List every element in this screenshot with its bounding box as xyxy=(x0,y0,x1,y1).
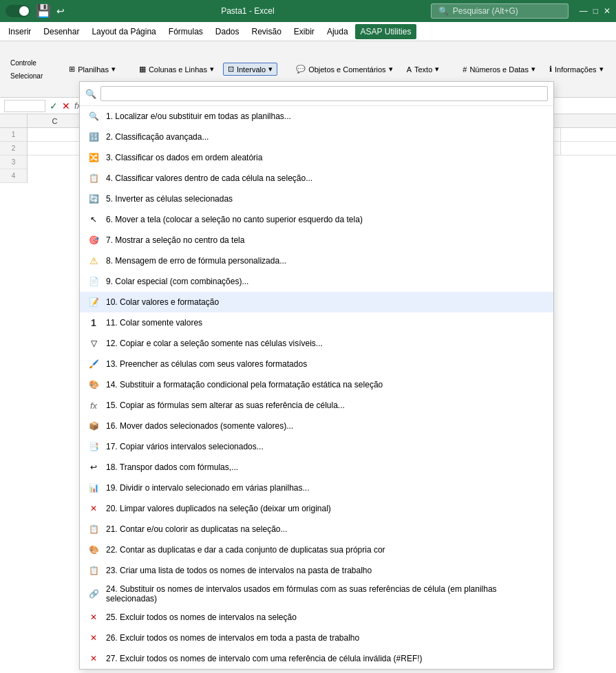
search-input[interactable] xyxy=(453,6,556,16)
item-text-4: 4. Classificar valores dentro de cada cé… xyxy=(106,173,312,183)
ribbon-btn-info[interactable]: ℹ Informações ▾ xyxy=(544,63,608,76)
dropdown-menu: 🔍 🔍 1. Localizar e/ou substituir em toda… xyxy=(79,81,554,183)
cancel-icon[interactable]: ✕ xyxy=(62,100,70,111)
corner-cell xyxy=(0,114,27,128)
title-bar: 💾 ↩ Pasta1 - Excel 🔍 — □ ✕ xyxy=(0,0,616,22)
menu-item-inserir[interactable]: Inserir xyxy=(3,24,36,39)
ribbon-group-numeros: # Números e Datas ▾ xyxy=(458,63,540,76)
cell-p2[interactable] xyxy=(561,142,616,155)
ribbon-group-intervalo: ⊡ Intervalo ▾ xyxy=(223,63,277,76)
menu-item-dados[interactable]: Dados xyxy=(210,24,245,39)
row-4: 4 xyxy=(0,169,27,183)
ribbon-btn-texto[interactable]: A Texto ▾ xyxy=(402,63,445,76)
ribbon-left: Controle Selecionar xyxy=(6,57,47,82)
toggle-switch[interactable] xyxy=(6,5,30,17)
objetos-icon: 💬 xyxy=(296,65,306,74)
dropdown-item-1[interactable]: 🔍 1. Localizar e/ou substituir em todas … xyxy=(80,106,553,127)
item-text-1: 1. Localizar e/ou substituir em todas as… xyxy=(106,111,291,121)
menu-item-layout[interactable]: Layout da Página xyxy=(86,24,161,39)
row-numbers: 1 2 3 4 xyxy=(0,114,28,183)
colunas-icon: ▦ xyxy=(139,65,146,74)
menu-item-asap[interactable]: ASAP Utilities xyxy=(355,24,417,39)
undo-icon[interactable]: ↩ xyxy=(56,6,65,17)
cell-c2[interactable] xyxy=(28,142,83,155)
col-c[interactable]: C xyxy=(28,114,83,127)
info-icon: ℹ xyxy=(549,65,552,74)
minimize-btn[interactable]: — xyxy=(580,6,588,16)
close-btn[interactable]: ✕ xyxy=(604,6,610,16)
dropdown-search-icon: 🔍 xyxy=(85,89,96,99)
search-box[interactable]: 🔍 xyxy=(431,3,569,19)
planilhas-icon: ⊞ xyxy=(69,65,75,74)
dropdown-search-row: 🔍 xyxy=(80,82,553,106)
colunas-dropdown-icon: ▾ xyxy=(210,65,214,74)
ribbon-group-texto: A Texto ▾ xyxy=(402,63,445,76)
row-2: 2 xyxy=(0,142,27,156)
cell-c1[interactable] xyxy=(28,128,83,141)
ribbon-group-planilhas: ⊞ Planilhas ▾ xyxy=(64,63,120,76)
ribbon-btn-controle[interactable]: Controle xyxy=(6,57,47,69)
save-icon[interactable]: 💾 xyxy=(36,3,51,19)
ribbon-btn-selecionar[interactable]: Selecionar xyxy=(6,70,47,82)
ribbon-btn-colunas[interactable]: ▦ Colunas e Linhas ▾ xyxy=(134,63,219,76)
cell-reference[interactable] xyxy=(4,100,45,112)
item-icon-3: 🔀 xyxy=(87,151,100,164)
numeros-dropdown-icon: ▾ xyxy=(531,65,535,74)
menu-item-exibir[interactable]: Exibir xyxy=(288,24,320,39)
intervalo-icon: ⊡ xyxy=(228,65,234,74)
app-title: Pasta1 - Excel xyxy=(70,6,425,16)
info-dropdown-icon: ▾ xyxy=(599,65,604,74)
dropdown-item-2[interactable]: 🔢 2. Classificação avançada... xyxy=(80,127,553,147)
maximize-btn[interactable]: □ xyxy=(593,6,598,16)
planilhas-dropdown-icon: ▾ xyxy=(111,65,116,74)
ribbon-btn-planilhas[interactable]: ⊞ Planilhas ▾ xyxy=(64,63,120,76)
ribbon-btn-numeros[interactable]: # Números e Datas ▾ xyxy=(458,63,540,76)
row-3: 3 xyxy=(0,156,27,169)
objetos-dropdown-icon: ▾ xyxy=(389,65,393,74)
numeros-icon: # xyxy=(463,65,467,74)
dropdown-item-3[interactable]: 🔀 3. Classificar os dados em ordem aleat… xyxy=(80,147,553,168)
menu-item-ajuda[interactable]: Ajuda xyxy=(321,24,354,39)
item-text-3: 3. Classificar os dados em ordem aleatór… xyxy=(106,153,262,162)
menu-item-revisao[interactable]: Revisão xyxy=(246,24,287,39)
ribbon-group-info: ℹ Informações ▾ xyxy=(544,63,608,76)
search-icon: 🔍 xyxy=(438,6,449,16)
row-1: 1 xyxy=(0,128,27,142)
ribbon-group-colunas: ▦ Colunas e Linhas ▾ xyxy=(134,63,219,76)
texto-dropdown-icon: ▾ xyxy=(435,65,439,74)
check-icon[interactable]: ✓ xyxy=(50,100,58,111)
ribbon-btn-objetos[interactable]: 💬 Objetos e Comentários ▾ xyxy=(291,63,398,76)
ribbon-group-objetos: 💬 Objetos e Comentários ▾ xyxy=(291,63,398,76)
toggle-circle xyxy=(19,6,29,16)
menu-item-desenhar[interactable]: Desenhar xyxy=(38,24,85,39)
dropdown-items: 🔍 1. Localizar e/ou substituir em todas … xyxy=(80,106,553,183)
item-icon-2: 🔢 xyxy=(87,130,100,144)
cell-p1[interactable] xyxy=(561,128,616,141)
menu-bar: Inserir Desenhar Layout da Página Fórmul… xyxy=(0,22,616,41)
intervalo-dropdown-icon: ▾ xyxy=(268,65,273,74)
item-icon-4: 📋 xyxy=(87,171,100,183)
dropdown-item-4[interactable]: 📋 4. Classificar valores dentro de cada … xyxy=(80,168,553,183)
menu-item-formulas[interactable]: Fórmulas xyxy=(163,24,209,39)
ribbon-btn-intervalo[interactable]: ⊡ Intervalo ▾ xyxy=(223,63,277,76)
item-text-2: 2. Classificação avançada... xyxy=(106,132,209,142)
texto-icon: A xyxy=(407,65,412,74)
item-icon-1: 🔍 xyxy=(87,109,100,123)
dropdown-search-input[interactable] xyxy=(100,86,548,101)
